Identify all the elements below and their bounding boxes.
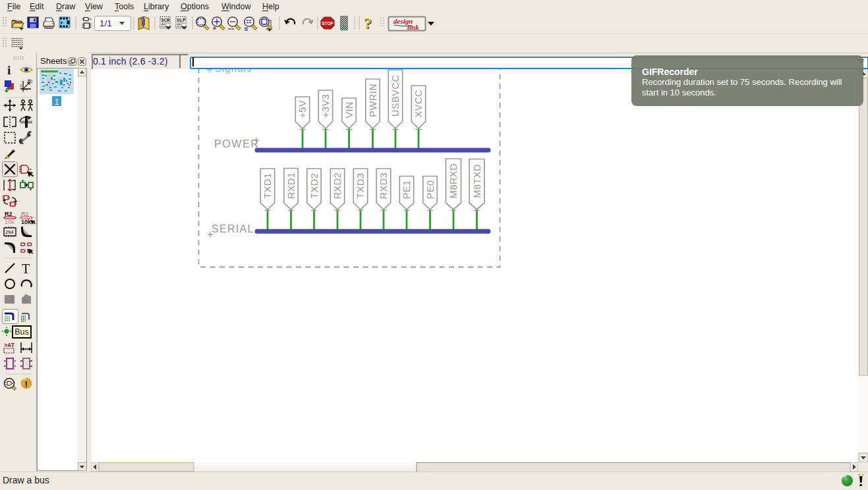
svg-text:!: ! (25, 379, 28, 389)
svg-text:+5V: +5V (297, 100, 308, 119)
svg-text:link: link (407, 23, 419, 31)
svg-text:RXD2: RXD2 (332, 173, 343, 200)
svg-text:10k: 10k (5, 219, 14, 225)
svg-text:ULP: ULP (177, 18, 186, 23)
svg-text:RXD1: RXD1 (286, 172, 297, 199)
svg-text:1/1: 1/1 (100, 18, 112, 28)
svg-text:M8TXD: M8TXD (472, 164, 482, 198)
svg-text:Signals: Signals (215, 69, 252, 74)
svg-text:M8RXD: M8RXD (448, 163, 459, 198)
svg-text:1: 1 (54, 97, 59, 107)
svg-text:?: ? (364, 14, 372, 32)
svg-text:RXD3: RXD3 (378, 173, 389, 200)
svg-text:VIN: VIN (344, 101, 355, 119)
svg-text:SCR: SCR (161, 18, 170, 23)
svg-text:TXD2: TXD2 (309, 173, 320, 198)
svg-text:T: T (22, 261, 30, 276)
svg-text:TXD1: TXD1 (262, 173, 273, 198)
svg-text:10k: 10k (21, 219, 32, 225)
svg-text:XVCC: XVCC (413, 90, 424, 117)
svg-text:POWER: POWER (214, 138, 259, 150)
svg-text:PE1: PE1 (401, 180, 412, 199)
svg-text:USBVCC: USBVCC (390, 75, 401, 117)
svg-text:PE0: PE0 (425, 180, 436, 199)
svg-text:i: i (7, 63, 11, 77)
svg-text:2N4: 2N4 (5, 230, 14, 235)
svg-text:TXD3: TXD3 (355, 173, 366, 198)
svg-text:+3V3: +3V3 (320, 94, 331, 118)
svg-text:PWRIN: PWRIN (368, 84, 378, 117)
svg-text:0: 0 (30, 79, 33, 84)
svg-text:STOP: STOP (322, 21, 333, 26)
svg-text:SERIAL: SERIAL (212, 223, 254, 234)
